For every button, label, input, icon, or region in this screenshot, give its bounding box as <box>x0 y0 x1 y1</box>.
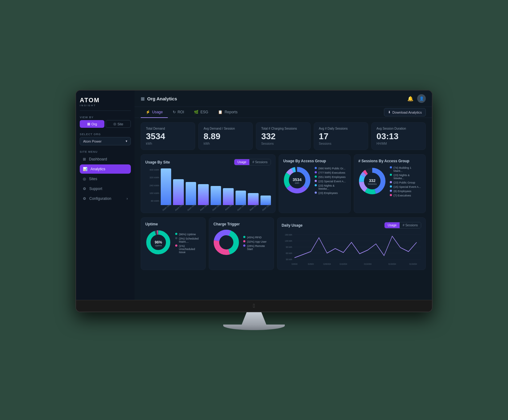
daily-toggle-sessions-button[interactable]: # Sessions <box>400 222 421 228</box>
legend-label: (23) Nights & Weeke... <box>318 184 346 190</box>
legend-color <box>315 184 317 186</box>
trigger-title: Charge Trigger <box>213 222 269 226</box>
sidebar-item-sites[interactable]: ◎ Sites <box>80 174 131 184</box>
svg-text:01/16/2024: 01/16/2024 <box>388 263 396 265</box>
daily-toggle-usage-button[interactable]: Usage <box>385 222 400 228</box>
stat-card-avg-demand: Avg Demand / Session 8.89 kWh <box>198 122 253 150</box>
legend-item: (96%) Uptime <box>175 233 201 236</box>
esg-tab-icon: 🌿 <box>194 110 199 114</box>
sessions-by-access-card: # Sessions By Access Group <box>354 154 426 213</box>
stat-label: Avg # Daily Sessions <box>319 127 363 130</box>
select-org-section: SELECT ORG Atom Power ▾ <box>80 133 131 145</box>
legend-item: (15) Special Event A... <box>390 185 421 188</box>
sidebar-item-configuration[interactable]: ⚙ Configuration › <box>80 194 131 203</box>
trigger-donut <box>213 229 240 257</box>
sites-icon: ◎ <box>83 177 86 181</box>
bar-group: Atom 1228 <box>260 168 271 208</box>
bar-group: Atom 1446 <box>236 168 246 208</box>
top-bar-actions: 🔔 👤 <box>407 94 426 103</box>
stat-value: 17 <box>319 132 363 141</box>
view-org-button[interactable]: ▦ Org <box>80 120 104 128</box>
legend-item: (990 kWh) Public Gr... <box>315 167 346 170</box>
legend-color <box>175 233 177 235</box>
download-analytics-button[interactable]: ⬇ Download Analytics <box>384 108 426 116</box>
legend-label: (777 kWh) Executives <box>318 171 345 174</box>
config-icon: ⚙ <box>83 196 86 201</box>
donut-center-value: 3534 <box>293 177 302 182</box>
chart-title: Usage By Access Group <box>283 159 326 163</box>
legend-color <box>243 244 245 247</box>
logo-text: ATOM <box>80 97 131 104</box>
stat-value: 332 <box>261 132 305 141</box>
stat-label: Avg Demand / Session <box>204 127 248 130</box>
bar-chart: 400 kWh 320 kWh 240 kWh 160 kWh 80 kWh A… <box>145 168 271 208</box>
tab-roi[interactable]: ↻ ROI <box>168 107 189 118</box>
donut-chart-sessions: 332 Sessions <box>358 167 386 196</box>
stat-cards: Total Demand 3534 kWh Avg Demand / Sessi… <box>141 122 426 150</box>
donut-center-value: 332 <box>368 178 377 183</box>
usage-tab-icon: ⚡ <box>146 110 150 114</box>
avatar[interactable]: 👤 <box>417 94 426 103</box>
legend-item: (74) Building 1 Maint... <box>390 166 421 172</box>
view-org-label: Org <box>91 122 97 126</box>
bar-group: Atom 1201 <box>161 168 171 208</box>
toggle-sessions-button[interactable]: # Sessions <box>249 159 271 165</box>
logo: ATOM INSIGHT <box>80 95 131 111</box>
legend-item: (3%) Scheduled Maint.... <box>175 237 201 243</box>
legend-label: (7) Executives <box>393 194 411 197</box>
y-axis: 400 kWh 320 kWh 240 kWh 160 kWh 80 kWh <box>145 168 159 202</box>
toggle-usage-button[interactable]: Usage <box>234 159 249 165</box>
sidebar-item-analytics[interactable]: 📊 Analytics <box>80 164 131 174</box>
stand-base <box>223 325 285 330</box>
svg-text:01/13/2024: 01/13/2024 <box>364 263 372 265</box>
legend-color <box>243 240 245 242</box>
legend-item: (777 kWh) Executives <box>315 171 346 174</box>
legend-color <box>175 237 177 239</box>
legend-label: (1%) Unscheduled Issue <box>179 244 201 254</box>
legend-item: (23) Nights & Weeke... <box>315 184 346 190</box>
legend-item: (28%) Remote Start <box>243 244 269 251</box>
uptime-label: Uptime <box>155 244 162 246</box>
stat-label: Avg Session Duration <box>377 127 421 130</box>
site-menu-label: SITE MENU <box>80 150 131 153</box>
view-site-button[interactable]: ◎ Site <box>106 120 131 128</box>
donut-center-sessions: 332 Sessions <box>368 178 377 185</box>
org-select[interactable]: Atom Power ▾ <box>80 137 131 145</box>
sidebar-item-dashboard[interactable]: ⊞ Dashboard <box>80 155 131 164</box>
legend-label: (74) Building 1 Maint... <box>393 166 421 172</box>
tabs-bar: ⚡ Usage ↻ ROI 🌿 ESG 📋 <box>135 107 432 118</box>
dashboard-icon: ⊞ <box>83 157 86 161</box>
legend-color <box>315 176 317 178</box>
analytics-icon: 📊 <box>83 167 87 171</box>
daily-chart-header: Daily Usage Usage # Sessions <box>282 222 421 228</box>
uptime-donut-container: 96% Uptime (96%) Uptime (3%) Scheduled M… <box>145 229 201 257</box>
download-label: Download Analytics <box>393 111 422 114</box>
support-icon: ⚙ <box>83 187 86 191</box>
tab-label: Usage <box>152 110 163 114</box>
bell-icon[interactable]: 🔔 <box>407 96 413 102</box>
sidebar-item-support[interactable]: ⚙ Support <box>80 184 131 193</box>
stat-unit: Sessions <box>261 142 305 145</box>
legend-item: (23) Nights & Weeke... <box>390 174 421 180</box>
sidebar-item-label: Configuration <box>89 196 111 201</box>
legend-label: (23) Special Event A... <box>318 180 346 183</box>
tab-usage[interactable]: ⚡ Usage <box>141 107 168 118</box>
stand-neck <box>242 312 266 325</box>
svg-text:01/09/2024: 01/09/2024 <box>323 263 331 265</box>
stat-card-charging-sessions: Total # Charging Sessions 332 Sessions <box>256 122 310 150</box>
tab-esg[interactable]: 🌿 ESG <box>189 107 213 118</box>
legend-color <box>390 185 392 188</box>
tab-label: Reports <box>224 110 237 114</box>
grid-icon: ▦ <box>87 122 90 126</box>
legend-color <box>390 166 392 168</box>
tab-reports[interactable]: 📋 Reports <box>213 107 242 118</box>
sidebar-item-label: Analytics <box>91 167 105 171</box>
nav-items: ⊞ Dashboard 📊 Analytics ◎ Sites ⚙ <box>80 155 131 203</box>
org-value: Atom Power <box>83 139 102 143</box>
svg-text:01/19/2024: 01/19/2024 <box>409 263 417 265</box>
stat-label: Total Demand <box>146 127 190 130</box>
charts-row-1: Usage By Site Usage # Sessions 400 kWh 3… <box>141 154 426 213</box>
stat-unit: Sessions <box>319 142 363 145</box>
donut-chart-usage: 3534 kWh <box>283 166 311 195</box>
legend-label: (28%) Remote Start <box>247 244 269 251</box>
